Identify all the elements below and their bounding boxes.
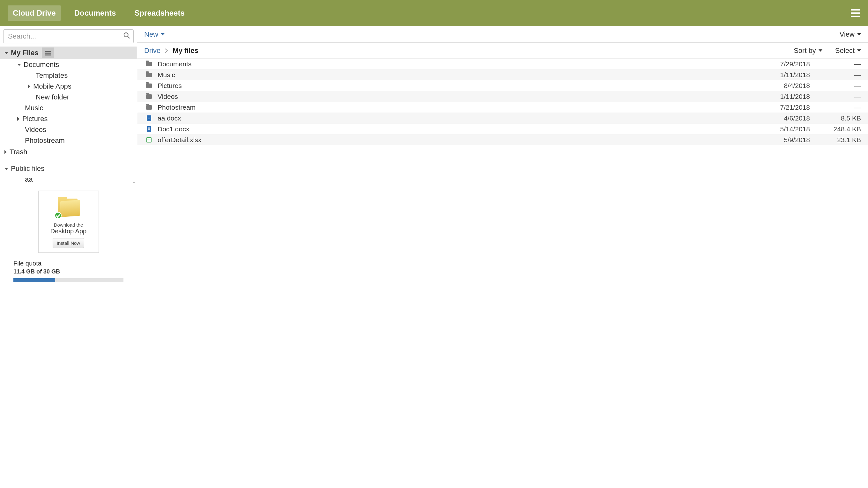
list-bar: Drive My files Sort by Select bbox=[137, 43, 868, 59]
tree-item-documents[interactable]: Documents bbox=[0, 59, 137, 70]
file-name: aa.docx bbox=[158, 115, 762, 122]
file-row[interactable]: Documents7/29/2018— bbox=[137, 59, 868, 69]
new-button-label: New bbox=[144, 30, 158, 39]
tree-item-label: Photostream bbox=[25, 136, 65, 145]
chevron-down-icon bbox=[818, 50, 823, 52]
search-box[interactable] bbox=[3, 29, 134, 43]
main-pane: New View Drive My files Sort by bbox=[137, 26, 868, 488]
quota-bar bbox=[13, 278, 123, 282]
tree-public-label: Public files bbox=[11, 164, 44, 173]
tree-item-label: Templates bbox=[36, 71, 68, 80]
file-name: Videos bbox=[158, 93, 762, 100]
tree-public-files[interactable]: Public files bbox=[0, 163, 137, 174]
tree-trash-label: Trash bbox=[9, 148, 27, 156]
caret-right-icon[interactable] bbox=[4, 150, 7, 154]
tree-item-label: aa bbox=[25, 175, 33, 184]
file-size: — bbox=[810, 71, 861, 79]
file-name: offerDetail.xlsx bbox=[158, 136, 762, 144]
chevron-down-icon bbox=[161, 33, 165, 35]
quota-label: File quota bbox=[13, 260, 123, 267]
check-icon bbox=[55, 212, 62, 219]
file-row[interactable]: Photostream7/21/2018— bbox=[137, 102, 868, 113]
quota-bar-fill bbox=[13, 278, 55, 282]
tree-trash[interactable]: Trash bbox=[0, 147, 137, 158]
caret-down-icon[interactable] bbox=[4, 168, 8, 170]
folder-sync-icon bbox=[56, 197, 81, 219]
svg-line-1 bbox=[128, 36, 129, 38]
tree-scrollbar[interactable]: ⌃ ⌄ bbox=[131, 46, 137, 185]
file-size: 248.4 KB bbox=[810, 125, 861, 133]
tree-item-videos[interactable]: Videos bbox=[0, 124, 137, 135]
quota-text: 11.4 GB of 30 GB bbox=[13, 268, 123, 275]
select-button[interactable]: Select bbox=[835, 46, 861, 55]
install-now-button[interactable]: Install Now bbox=[53, 238, 84, 248]
chevron-right-icon bbox=[165, 46, 168, 55]
scroll-down-icon[interactable]: ⌄ bbox=[132, 180, 135, 184]
file-size: — bbox=[810, 82, 861, 90]
file-date: 7/29/2018 bbox=[762, 60, 810, 68]
promo-line2: Desktop App bbox=[42, 228, 95, 235]
file-row[interactable]: aa.docx4/6/20188.5 KB bbox=[137, 113, 868, 124]
sort-by-label: Sort by bbox=[794, 46, 816, 55]
file-row[interactable]: Pictures8/4/2018— bbox=[137, 80, 868, 91]
breadcrumb-current: My files bbox=[173, 46, 198, 55]
chevron-down-icon bbox=[857, 50, 861, 52]
desktop-app-promo: Download the Desktop App Install Now bbox=[38, 191, 99, 253]
toolbar: New View bbox=[137, 26, 868, 43]
select-label: Select bbox=[835, 46, 855, 55]
list-toggle-icon[interactable] bbox=[42, 47, 54, 58]
tree-item-public-aa[interactable]: aa bbox=[0, 174, 137, 185]
tree-item-label: Documents bbox=[24, 61, 59, 69]
tree-item-photostream[interactable]: Photostream bbox=[0, 135, 137, 146]
file-name: Documents bbox=[158, 60, 762, 68]
new-button[interactable]: New bbox=[144, 30, 165, 39]
tab-cloud-drive[interactable]: Cloud Drive bbox=[8, 5, 61, 21]
tree-item-label: New folder bbox=[36, 93, 69, 101]
file-name: Pictures bbox=[158, 82, 762, 90]
tree-item-mobile-apps[interactable]: Mobile Apps bbox=[0, 81, 137, 92]
top-bar: Cloud Drive Documents Spreadsheets bbox=[0, 0, 868, 26]
caret-right-icon[interactable] bbox=[28, 85, 30, 88]
tree-item-label: Music bbox=[25, 104, 43, 112]
document-icon bbox=[144, 116, 154, 121]
view-button[interactable]: View bbox=[840, 30, 861, 39]
tree-root-label: My Files bbox=[11, 49, 39, 57]
folder-icon bbox=[144, 84, 154, 88]
breadcrumb-drive[interactable]: Drive bbox=[144, 46, 160, 55]
promo-line1: Download the bbox=[42, 222, 95, 228]
spreadsheet-icon bbox=[144, 137, 154, 142]
file-row[interactable]: offerDetail.xlsx5/9/201823.1 KB bbox=[137, 134, 868, 145]
tree-root-my-files[interactable]: My Files bbox=[0, 46, 137, 59]
tree-item-music[interactable]: Music bbox=[0, 103, 137, 113]
file-row[interactable]: Music1/11/2018— bbox=[137, 69, 868, 80]
caret-right-icon[interactable] bbox=[17, 117, 20, 121]
view-button-label: View bbox=[840, 30, 855, 39]
tree-item-new-folder[interactable]: New folder bbox=[0, 92, 137, 103]
sort-by-button[interactable]: Sort by bbox=[794, 46, 823, 55]
caret-down-icon[interactable] bbox=[4, 52, 8, 54]
caret-down-icon[interactable] bbox=[17, 64, 21, 66]
menu-icon[interactable] bbox=[851, 9, 860, 17]
folder-icon bbox=[144, 105, 154, 110]
search-icon[interactable] bbox=[123, 32, 130, 41]
file-size: — bbox=[810, 60, 861, 68]
file-row[interactable]: Videos1/11/2018— bbox=[137, 91, 868, 102]
file-size: — bbox=[810, 93, 861, 100]
file-date: 1/11/2018 bbox=[762, 71, 810, 79]
file-date: 8/4/2018 bbox=[762, 82, 810, 90]
file-quota: File quota 11.4 GB of 30 GB bbox=[0, 253, 137, 288]
file-date: 5/14/2018 bbox=[762, 125, 810, 133]
top-tabs: Cloud Drive Documents Spreadsheets bbox=[8, 5, 190, 21]
file-size: — bbox=[810, 104, 861, 111]
file-date: 4/6/2018 bbox=[762, 115, 810, 122]
tree-item-pictures[interactable]: Pictures bbox=[0, 113, 137, 124]
sidebar: ⌃ ⌄ My Files DocumentsTemplatesMobile Ap… bbox=[0, 26, 137, 488]
svg-point-0 bbox=[124, 33, 128, 37]
file-row[interactable]: Doc1.docx5/14/2018248.4 KB bbox=[137, 124, 868, 134]
search-input[interactable] bbox=[8, 32, 120, 40]
chevron-down-icon bbox=[857, 33, 861, 35]
tab-spreadsheets[interactable]: Spreadsheets bbox=[129, 5, 189, 21]
tree-item-templates[interactable]: Templates bbox=[0, 70, 137, 81]
breadcrumb: Drive My files bbox=[144, 46, 198, 55]
tab-documents[interactable]: Documents bbox=[69, 5, 121, 21]
